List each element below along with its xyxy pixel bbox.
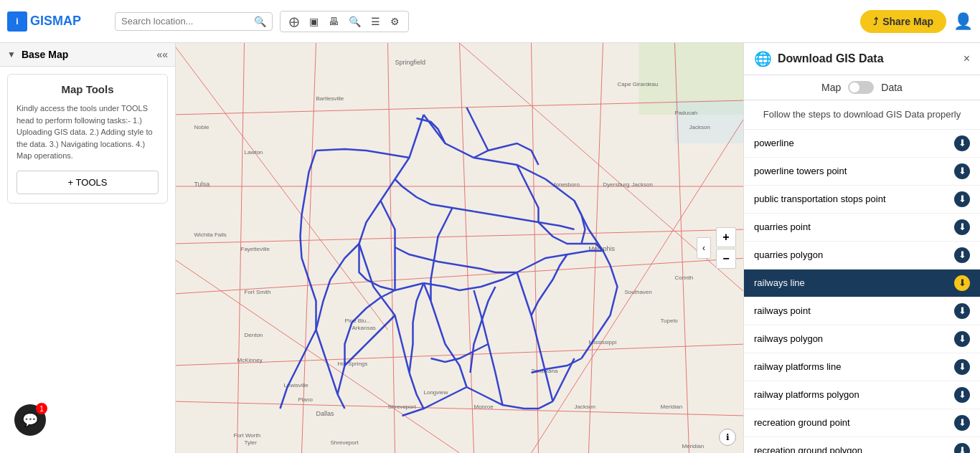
download-icon[interactable]: ⬇ <box>954 415 970 431</box>
data-list-item[interactable]: railways point⬇ <box>744 297 980 325</box>
zoom-tool-btn[interactable]: 🔍 <box>346 14 364 29</box>
share-icon: ⤴ <box>873 16 878 27</box>
map-data-toggle[interactable] <box>848 81 874 94</box>
data-item-label: public transportation stops point <box>754 194 954 204</box>
data-list: powerline⬇powerline towers point⬇public … <box>744 130 980 454</box>
svg-text:Texarkana: Texarkana <box>532 368 558 374</box>
zoom-out-btn[interactable]: − <box>716 249 736 269</box>
data-list-item[interactable]: recreation ground point⬇ <box>744 409 980 437</box>
svg-text:Hot Springs: Hot Springs <box>338 361 368 367</box>
data-item-label: railways line <box>754 277 954 288</box>
logo-text: GISMAP <box>30 14 81 29</box>
zoom-in-btn[interactable]: + <box>716 227 736 247</box>
svg-text:Springfield: Springfield <box>395 59 426 66</box>
base-map-toggle-btn[interactable]: ▼ <box>7 49 16 59</box>
notification-badge: 1 <box>36 403 47 414</box>
right-panel-header: 🌐 Download GIS Data × <box>744 43 980 75</box>
download-icon[interactable]: ⬇ <box>954 191 970 207</box>
svg-text:Shreveport: Shreveport <box>331 439 359 446</box>
data-item-label: recreation ground point <box>754 417 954 428</box>
panel-subtitle: Follow the steps to download GIS Data pr… <box>744 100 980 130</box>
data-item-label: recreation ground polygon <box>754 445 954 453</box>
data-list-item[interactable]: quarries polygon⬇ <box>744 242 980 270</box>
svg-text:Cape Girardeau: Cape Girardeau <box>618 81 659 87</box>
logo-icon: i <box>7 11 27 32</box>
data-item-label: railways point <box>754 305 954 316</box>
download-icon[interactable]: ⬇ <box>954 443 970 454</box>
download-icon[interactable]: ⬇ <box>954 219 970 235</box>
svg-text:Tyler: Tyler <box>245 439 258 446</box>
download-icon[interactable]: ⬇ <box>954 331 970 347</box>
chat-bubble-btn[interactable]: 💬 1 <box>14 404 46 436</box>
map-info-btn[interactable]: ℹ <box>719 429 736 446</box>
map-tools-panel: Map Tools Kindly access the tools under … <box>7 74 168 204</box>
svg-text:Arkansas: Arkansas <box>352 325 376 331</box>
svg-text:Tupelo: Tupelo <box>661 318 679 324</box>
location-tool-btn[interactable]: ⨁ <box>286 14 302 29</box>
panel-close-btn[interactable]: × <box>963 52 970 65</box>
data-item-label: powerline towers point <box>754 166 954 176</box>
data-item-label: quarries point <box>754 221 954 232</box>
svg-text:Tulsa: Tulsa <box>194 181 210 188</box>
download-icon[interactable]: ⬇ <box>954 247 970 263</box>
search-bar[interactable]: 🔍 <box>115 12 273 31</box>
svg-text:Longview: Longview <box>424 389 448 396</box>
download-icon[interactable]: ⬇ <box>954 135 970 151</box>
download-icon[interactable]: ⬇ <box>954 359 970 375</box>
svg-text:Lewisville: Lewisville <box>284 382 309 388</box>
settings-tool-btn[interactable]: ⚙ <box>387 14 402 29</box>
data-list-item[interactable]: railways line⬇ <box>744 270 980 297</box>
svg-text:Dallas: Dallas <box>316 410 335 417</box>
expand-panel-btn[interactable]: ‹ <box>697 237 711 259</box>
download-icon[interactable]: ⬇ <box>954 303 970 319</box>
map-area[interactable]: Springfield Bartlesville Tulsa Fayettevi… <box>176 43 743 453</box>
data-list-item[interactable]: railways polygon⬇ <box>744 325 980 353</box>
data-item-label: railway platforms polygon <box>754 389 954 400</box>
svg-text:Jackson: Jackson <box>575 404 595 410</box>
data-list-item[interactable]: powerline⬇ <box>744 130 980 158</box>
toggle-row: Map Data <box>744 75 980 100</box>
user-icon-button[interactable]: 👤 <box>953 12 973 31</box>
svg-text:Noble: Noble <box>194 124 209 130</box>
data-list-item[interactable]: powerline towers point⬇ <box>744 158 980 186</box>
data-list-item[interactable]: railway platforms line⬇ <box>744 353 980 381</box>
tools-button[interactable]: + TOOLS <box>17 171 159 194</box>
map-tools-desc: Kindly access the tools under TOOLS head… <box>17 102 159 162</box>
map-toolbar: ⨁ ▣ 🖶 🔍 ☰ ⚙ <box>280 11 409 32</box>
right-panel: 🌐 Download GIS Data × Map Data Follow th… <box>743 43 980 453</box>
svg-text:Wichita Falls: Wichita Falls <box>194 232 227 238</box>
svg-text:Paducah: Paducah <box>675 110 698 116</box>
fullscreen-tool-btn[interactable]: ▣ <box>306 14 321 29</box>
svg-text:Mississippi: Mississippi <box>589 339 617 345</box>
svg-text:Jackson: Jackson <box>689 124 710 130</box>
left-sidebar: ▼ Base Map «« Map Tools Kindly access th… <box>0 43 176 453</box>
svg-text:Pine Blu...: Pine Blu... <box>345 318 371 324</box>
svg-text:Bartlesville: Bartlesville <box>316 95 344 102</box>
svg-text:McKinney: McKinney <box>237 357 263 363</box>
map-background: Springfield Bartlesville Tulsa Fayettevi… <box>176 43 743 453</box>
svg-text:Monroe: Monroe <box>474 404 494 410</box>
download-icon[interactable]: ⬇ <box>954 163 970 179</box>
top-bar: i GISMAP 🔍 ⨁ ▣ 🖶 🔍 ☰ ⚙ ⤴ Share Map 👤 <box>0 0 980 43</box>
svg-text:Dyersburg: Dyersburg <box>603 181 630 188</box>
svg-text:Corinth: Corinth <box>675 275 694 281</box>
panel-title: Download GIS Data <box>778 52 958 65</box>
logo: i GISMAP <box>7 11 108 32</box>
svg-text:Fort Worth: Fort Worth <box>234 432 261 439</box>
download-icon[interactable]: ⬇ <box>954 275 970 291</box>
sidebar-collapse-btn[interactable]: «« <box>156 49 168 60</box>
svg-text:Fort Smith: Fort Smith <box>245 289 271 295</box>
toggle-map-label: Map <box>821 82 841 93</box>
base-map-header: ▼ Base Map «« <box>0 43 175 67</box>
data-list-item[interactable]: recreation ground polygon⬇ <box>744 437 980 454</box>
data-list-item[interactable]: quarries point⬇ <box>744 214 980 242</box>
search-button[interactable]: 🔍 <box>254 16 266 27</box>
data-list-item[interactable]: railway platforms polygon⬇ <box>744 381 980 409</box>
svg-text:Memphis: Memphis <box>589 245 616 252</box>
download-icon[interactable]: ⬇ <box>954 387 970 403</box>
search-input[interactable] <box>121 16 254 27</box>
share-button[interactable]: ⤴ Share Map <box>860 10 946 33</box>
layers-tool-btn[interactable]: ☰ <box>368 14 383 29</box>
data-list-item[interactable]: public transportation stops point⬇ <box>744 186 980 214</box>
print-tool-btn[interactable]: 🖶 <box>326 14 341 29</box>
